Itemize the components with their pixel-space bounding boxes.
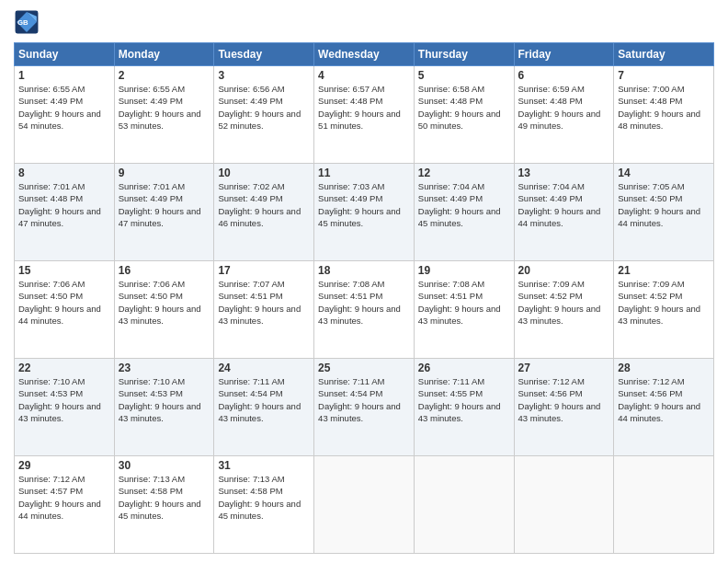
day-number: 8: [18, 167, 110, 179]
day-number: 11: [318, 167, 410, 179]
day-number: 27: [518, 362, 610, 374]
day-info: Sunrise: 7:06 AMSunset: 4:50 PMDaylight:…: [119, 278, 210, 327]
calendar-cell: [314, 456, 415, 554]
day-info: Sunrise: 7:12 AMSunset: 4:56 PMDaylight:…: [518, 375, 610, 424]
calendar-week-1: 1 Sunrise: 6:55 AMSunset: 4:49 PMDayligh…: [15, 66, 714, 164]
day-number: 9: [119, 167, 210, 179]
day-number: 10: [218, 167, 310, 179]
day-number: 20: [518, 264, 610, 277]
day-number: 29: [18, 459, 110, 472]
calendar-week-3: 15 Sunrise: 7:06 AMSunset: 4:50 PMDaylig…: [15, 261, 714, 359]
calendar-cell: 29 Sunrise: 7:12 AMSunset: 4:57 PMDaylig…: [15, 456, 115, 554]
calendar-cell: 26 Sunrise: 7:11 AMSunset: 4:55 PMDaylig…: [414, 359, 514, 456]
day-info: Sunrise: 7:03 AMSunset: 4:49 PMDaylight:…: [318, 180, 410, 229]
calendar-week-2: 8 Sunrise: 7:01 AMSunset: 4:48 PMDayligh…: [15, 164, 714, 261]
calendar-week-4: 22 Sunrise: 7:10 AMSunset: 4:53 PMDaylig…: [15, 359, 714, 456]
day-info: Sunrise: 7:09 AMSunset: 4:52 PMDaylight:…: [518, 278, 610, 327]
day-info: Sunrise: 7:10 AMSunset: 4:53 PMDaylight:…: [119, 375, 210, 424]
day-number: 12: [418, 167, 510, 179]
day-info: Sunrise: 7:12 AMSunset: 4:57 PMDaylight:…: [18, 473, 110, 522]
header: GB: [14, 9, 714, 35]
day-info: Sunrise: 7:00 AMSunset: 4:48 PMDaylight:…: [618, 83, 710, 132]
day-number: 21: [618, 264, 710, 277]
svg-text:GB: GB: [17, 18, 28, 27]
day-number: 6: [518, 69, 610, 82]
day-number: 26: [418, 362, 510, 374]
day-info: Sunrise: 6:59 AMSunset: 4:48 PMDaylight:…: [518, 83, 610, 132]
calendar-header-row: SundayMondayTuesdayWednesdayThursdayFrid…: [15, 43, 714, 66]
calendar-cell: 19 Sunrise: 7:08 AMSunset: 4:51 PMDaylig…: [414, 261, 514, 359]
calendar-cell: 7 Sunrise: 7:00 AMSunset: 4:48 PMDayligh…: [614, 66, 714, 164]
day-number: 22: [18, 362, 110, 374]
calendar-cell: 25 Sunrise: 7:11 AMSunset: 4:54 PMDaylig…: [314, 359, 415, 456]
day-number: 25: [318, 362, 410, 374]
day-info: Sunrise: 7:11 AMSunset: 4:54 PMDaylight:…: [218, 375, 310, 424]
day-info: Sunrise: 7:01 AMSunset: 4:48 PMDaylight:…: [18, 180, 110, 229]
day-info: Sunrise: 6:55 AMSunset: 4:49 PMDaylight:…: [119, 83, 210, 132]
calendar-cell: 4 Sunrise: 6:57 AMSunset: 4:48 PMDayligh…: [314, 66, 415, 164]
logo: GB: [14, 9, 43, 35]
calendar-cell: 12 Sunrise: 7:04 AMSunset: 4:49 PMDaylig…: [414, 164, 514, 261]
calendar-cell: [614, 456, 714, 554]
day-number: 13: [518, 167, 610, 179]
day-info: Sunrise: 7:08 AMSunset: 4:51 PMDaylight:…: [418, 278, 510, 327]
calendar-cell: 23 Sunrise: 7:10 AMSunset: 4:53 PMDaylig…: [114, 359, 214, 456]
day-number: 31: [218, 459, 310, 472]
day-number: 14: [618, 167, 710, 179]
calendar-cell: 6 Sunrise: 6:59 AMSunset: 4:48 PMDayligh…: [514, 66, 614, 164]
day-number: 24: [218, 362, 310, 374]
calendar-cell: 18 Sunrise: 7:08 AMSunset: 4:51 PMDaylig…: [314, 261, 415, 359]
calendar-cell: 3 Sunrise: 6:56 AMSunset: 4:49 PMDayligh…: [214, 66, 314, 164]
day-info: Sunrise: 7:11 AMSunset: 4:55 PMDaylight:…: [418, 375, 510, 424]
day-header-monday: Monday: [114, 43, 214, 66]
day-number: 16: [119, 264, 210, 277]
calendar-week-5: 29 Sunrise: 7:12 AMSunset: 4:57 PMDaylig…: [15, 456, 714, 554]
day-header-thursday: Thursday: [414, 43, 514, 66]
day-info: Sunrise: 7:04 AMSunset: 4:49 PMDaylight:…: [418, 180, 510, 229]
day-info: Sunrise: 7:09 AMSunset: 4:52 PMDaylight:…: [618, 278, 710, 327]
calendar-cell: 20 Sunrise: 7:09 AMSunset: 4:52 PMDaylig…: [514, 261, 614, 359]
day-number: 19: [418, 264, 510, 277]
calendar-cell: 13 Sunrise: 7:04 AMSunset: 4:49 PMDaylig…: [514, 164, 614, 261]
day-info: Sunrise: 7:13 AMSunset: 4:58 PMDaylight:…: [218, 473, 310, 522]
day-info: Sunrise: 7:02 AMSunset: 4:49 PMDaylight:…: [218, 180, 310, 229]
day-info: Sunrise: 7:13 AMSunset: 4:58 PMDaylight:…: [119, 473, 210, 522]
calendar-cell: 10 Sunrise: 7:02 AMSunset: 4:49 PMDaylig…: [214, 164, 314, 261]
calendar-cell: 15 Sunrise: 7:06 AMSunset: 4:50 PMDaylig…: [15, 261, 115, 359]
day-number: 1: [18, 69, 110, 82]
day-info: Sunrise: 6:58 AMSunset: 4:48 PMDaylight:…: [418, 83, 510, 132]
day-info: Sunrise: 7:12 AMSunset: 4:56 PMDaylight:…: [618, 375, 710, 424]
calendar-cell: 11 Sunrise: 7:03 AMSunset: 4:49 PMDaylig…: [314, 164, 415, 261]
calendar-cell: 5 Sunrise: 6:58 AMSunset: 4:48 PMDayligh…: [414, 66, 514, 164]
calendar-cell: 2 Sunrise: 6:55 AMSunset: 4:49 PMDayligh…: [114, 66, 214, 164]
day-number: 15: [18, 264, 110, 277]
day-info: Sunrise: 6:55 AMSunset: 4:49 PMDaylight:…: [18, 83, 110, 132]
calendar-cell: 17 Sunrise: 7:07 AMSunset: 4:51 PMDaylig…: [214, 261, 314, 359]
day-number: 7: [618, 69, 710, 82]
day-info: Sunrise: 7:08 AMSunset: 4:51 PMDaylight:…: [318, 278, 410, 327]
day-number: 18: [318, 264, 410, 277]
day-number: 4: [318, 69, 410, 82]
calendar-cell: 9 Sunrise: 7:01 AMSunset: 4:49 PMDayligh…: [114, 164, 214, 261]
day-header-friday: Friday: [514, 43, 614, 66]
day-header-sunday: Sunday: [15, 43, 115, 66]
calendar-cell: 28 Sunrise: 7:12 AMSunset: 4:56 PMDaylig…: [614, 359, 714, 456]
day-info: Sunrise: 7:04 AMSunset: 4:49 PMDaylight:…: [518, 180, 610, 229]
page: GB SundayMondayTuesdayWednesdayThursdayF…: [0, 0, 728, 563]
calendar-cell: [414, 456, 514, 554]
day-number: 5: [418, 69, 510, 82]
calendar-cell: [514, 456, 614, 554]
day-number: 30: [119, 459, 210, 472]
day-number: 2: [119, 69, 210, 82]
calendar-cell: 22 Sunrise: 7:10 AMSunset: 4:53 PMDaylig…: [15, 359, 115, 456]
day-info: Sunrise: 7:01 AMSunset: 4:49 PMDaylight:…: [119, 180, 210, 229]
day-header-wednesday: Wednesday: [314, 43, 415, 66]
calendar-cell: 24 Sunrise: 7:11 AMSunset: 4:54 PMDaylig…: [214, 359, 314, 456]
calendar-cell: 21 Sunrise: 7:09 AMSunset: 4:52 PMDaylig…: [614, 261, 714, 359]
day-number: 17: [218, 264, 310, 277]
calendar-cell: 16 Sunrise: 7:06 AMSunset: 4:50 PMDaylig…: [114, 261, 214, 359]
logo-icon: GB: [14, 9, 40, 35]
day-number: 23: [119, 362, 210, 374]
calendar-cell: 1 Sunrise: 6:55 AMSunset: 4:49 PMDayligh…: [15, 66, 115, 164]
day-info: Sunrise: 6:56 AMSunset: 4:49 PMDaylight:…: [218, 83, 310, 132]
